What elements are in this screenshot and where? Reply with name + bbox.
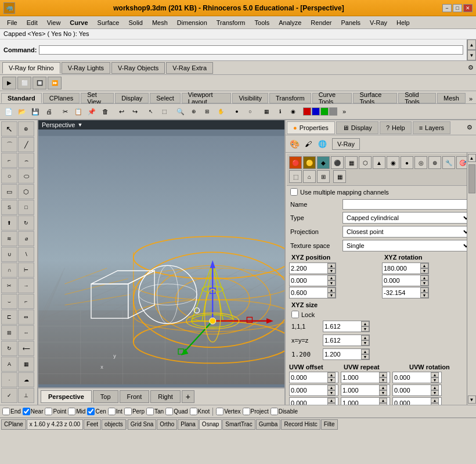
tool-window-select[interactable]: ⬚	[158, 105, 171, 118]
uvw-repeat-0-down[interactable]: ▼	[379, 377, 387, 383]
mid-label[interactable]: Mid	[68, 408, 85, 415]
tool-pointer[interactable]: ↖	[1, 121, 17, 136]
xyz-rot-x-input[interactable]	[383, 263, 420, 274]
mat-icon-16[interactable]: ⊞	[317, 170, 330, 183]
end-check[interactable]	[2, 408, 10, 415]
xyz-rot-x-up[interactable]: ▲	[420, 263, 428, 268]
tool-trim[interactable]: ✂	[1, 278, 17, 293]
cplane-indicator[interactable]: CPlane	[1, 419, 26, 430]
xyz-eq-val-input[interactable]	[323, 335, 361, 346]
tool-split[interactable]: ⊢	[18, 262, 34, 278]
xyz-pos-x-up[interactable]: ▲	[327, 263, 336, 268]
texture-space-select[interactable]: Single Tiled	[342, 240, 471, 251]
type-select[interactable]: Capped cylindrical Planar Spherical Box	[342, 212, 471, 224]
panel-tab-display[interactable]: 🖥 Display	[336, 121, 378, 134]
tool-select[interactable]: ↖	[145, 105, 157, 118]
tool-check[interactable]: ✓	[1, 388, 17, 403]
tool-redo[interactable]: ↪	[128, 105, 141, 118]
tool-loft[interactable]: ≋	[1, 231, 17, 246]
tab-visibility[interactable]: Visibility	[232, 93, 268, 103]
uvw-offset-0-down[interactable]: ▼	[327, 377, 336, 383]
knot-label[interactable]: Knot	[190, 408, 210, 415]
mat-icon-17[interactable]: ▦	[333, 170, 346, 183]
perp-label[interactable]: Perp	[124, 408, 145, 415]
size-val1-up[interactable]: ▲	[361, 321, 369, 326]
tool-mirror[interactable]: ⇔	[18, 310, 34, 325]
maximize-button[interactable]: □	[453, 4, 462, 12]
quad-check[interactable]	[165, 408, 173, 415]
uvw-repeat-0-input[interactable]	[341, 372, 379, 383]
xyz-pos-x-down[interactable]: ▼	[327, 268, 336, 274]
bracket-up[interactable]: ▲	[361, 349, 369, 354]
ortho-btn[interactable]: Ortho	[157, 419, 177, 430]
mat-icon-8[interactable]: ◉	[387, 156, 399, 169]
objects-display[interactable]: objects	[102, 419, 126, 430]
tool-polyline[interactable]: ⌐	[1, 153, 17, 168]
uvw-repeat-0-up[interactable]: ▲	[379, 372, 387, 377]
tool-curve[interactable]: ⌒	[1, 137, 17, 152]
tab-cplanes[interactable]: CPlanes	[43, 93, 80, 103]
point-check[interactable]	[45, 408, 52, 415]
mat-icon-10[interactable]: ◎	[414, 156, 427, 169]
viewport-tab-perspective[interactable]: Perspective	[41, 390, 92, 403]
vray-tab-extra[interactable]: V-Ray Extra	[166, 62, 213, 74]
point-label[interactable]: Point	[45, 408, 66, 415]
uvw-rot-1-input[interactable]	[393, 385, 431, 395]
panel-tab-properties[interactable]: ● Properties	[287, 121, 335, 134]
mat-icon-6[interactable]: ⬡	[359, 156, 372, 169]
quad-label[interactable]: Quad	[165, 408, 187, 415]
tool-arc[interactable]: ⌢	[18, 153, 34, 168]
xyz-pos-y-down[interactable]: ▼	[327, 280, 336, 286]
tool-boolean-int[interactable]: ∩	[1, 262, 17, 278]
props-scroll-area[interactable]: 🔴 🟡 ◆ ⚫ ▦ ⬡ ▲ ◉ ● ◎ ⊕ 🔧 🎯 ⬚ ⌂ ⊞ ▦	[286, 153, 476, 405]
cen-label[interactable]: Cen	[87, 408, 106, 415]
near-check[interactable]	[23, 408, 30, 415]
tool-undo[interactable]: ↩	[115, 105, 128, 118]
size-val1-down[interactable]: ▼	[361, 326, 369, 332]
tab-select[interactable]: Select	[150, 93, 181, 103]
tool-rotate[interactable]: ↻	[1, 341, 17, 356]
tool-offset[interactable]: ⊏	[1, 310, 17, 325]
menu-tools[interactable]: Tools	[250, 18, 275, 27]
xyz-eq-up[interactable]: ▲	[361, 335, 369, 340]
tool-pan[interactable]: ✋	[214, 105, 227, 118]
viewport-arrow-icon[interactable]: ▼	[77, 122, 82, 128]
tool-freeform[interactable]: S	[1, 200, 17, 215]
tab-set-view[interactable]: Set View	[81, 93, 114, 103]
panel-settings-btn[interactable]: ⚙	[464, 123, 475, 133]
record-hist-btn[interactable]: Record Histc	[281, 419, 320, 430]
xyz-pos-z-input[interactable]	[290, 287, 327, 298]
xyz-rot-x-down[interactable]: ▼	[420, 268, 428, 274]
uvw-rot-0-down[interactable]: ▼	[431, 377, 439, 383]
xyz-rot-z-down[interactable]: ▼	[420, 293, 428, 298]
tool-extrude[interactable]: ⬆	[1, 215, 17, 231]
tool-hatch[interactable]: ▦	[18, 357, 34, 372]
tool-color4[interactable]	[329, 107, 337, 116]
tab-display[interactable]: Display	[115, 93, 149, 103]
uvw-offset-2-up[interactable]: ▲	[327, 398, 336, 403]
tool-prop[interactable]: ℹ	[273, 105, 286, 118]
tool-zoom-ext[interactable]: ⊕	[187, 105, 200, 118]
uvw-repeat-1-up[interactable]: ▲	[379, 385, 387, 390]
menu-surface[interactable]: Surface	[93, 18, 124, 27]
tool-wire[interactable]: ○	[244, 105, 257, 118]
menu-transform[interactable]: Transform	[212, 18, 250, 27]
xyz-rot-y-input[interactable]	[383, 275, 420, 286]
uvw-offset-2-down[interactable]: ▼	[327, 403, 336, 405]
vray-settings-btn[interactable]: ⚙	[468, 64, 474, 71]
menu-curve[interactable]: Curve	[65, 18, 92, 27]
menu-panels[interactable]: Panels	[336, 18, 365, 27]
int-label[interactable]: Int	[108, 408, 122, 415]
vray-icon-2[interactable]: ⬜	[17, 77, 31, 89]
tab-mesh[interactable]: Mesh	[437, 93, 466, 103]
tool-circle[interactable]: ○	[1, 168, 17, 184]
menu-file[interactable]: File	[2, 18, 22, 27]
tool-copy[interactable]: 📋	[72, 105, 85, 118]
grid-snap-btn[interactable]: Grid Sna	[128, 419, 156, 430]
close-button[interactable]: ✕	[463, 4, 473, 12]
uvw-rot-1-down[interactable]: ▼	[431, 390, 439, 395]
disable-check[interactable]	[271, 408, 278, 415]
viewport-area[interactable]: Perspective ▼	[38, 120, 284, 405]
minimize-button[interactable]: −	[442, 4, 452, 12]
uvw-offset-2-input[interactable]	[290, 398, 327, 405]
